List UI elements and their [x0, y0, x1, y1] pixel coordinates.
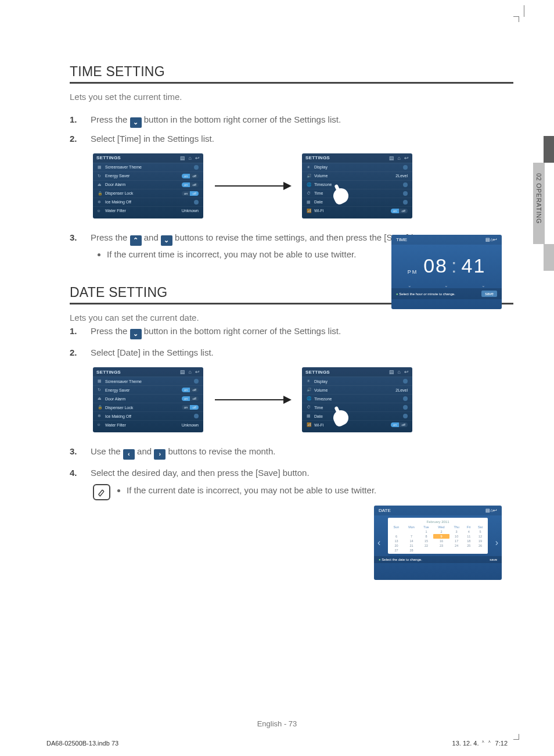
date-step2-text: Select [Date] in the Settings list.	[91, 346, 513, 359]
time-step1-text-a: Press the	[91, 114, 127, 124]
panel1-row-2: Door Alarm	[105, 182, 125, 187]
step-num-2: 2.	[70, 132, 82, 145]
panel1-row-0: Screensaver Theme	[105, 165, 142, 169]
date-note: If the current date is incorrect, you ma…	[127, 484, 376, 497]
time-intro: Lets you set the current time.	[70, 92, 513, 102]
crop-mark-br	[513, 734, 519, 740]
panel2-row-3: Time	[314, 191, 323, 195]
date-step-num-4: 4.	[70, 467, 82, 479]
date-steps: 1. Press the button in the bottom right …	[70, 325, 513, 359]
save-button[interactable]: save	[481, 291, 497, 297]
chevron-down-icon[interactable]	[130, 329, 142, 339]
panel1-row-5: Water Filter	[105, 209, 126, 213]
datefig-tip: Select the date to change.	[382, 558, 422, 561]
arrow-right-icon	[215, 399, 290, 400]
time-screen-figure: TIME ▤⌂↩ PM 08 : 41 ⌄⌄⌄ ● Select the hou…	[391, 235, 502, 309]
step-num-1: 1.	[70, 113, 82, 128]
settings-panel-4: SETTINGS ▤⌂↩ ☀Display 🔊Volume2Level 🌐Tim…	[302, 367, 412, 432]
chapter-tab: 02 OPERATING	[533, 163, 554, 244]
time-steps: 1. Press the button in the bottom right …	[70, 113, 513, 145]
date-step-num-2: 2.	[70, 346, 82, 359]
date-intro: Lets you can set the current date.	[70, 313, 513, 323]
panel1-title: SETTINGS	[96, 155, 121, 160]
chevron-right-icon[interactable]	[154, 449, 166, 460]
panel2-title: SETTINGS	[305, 155, 330, 160]
time-step1-text-b: button in the bottom right corner of the…	[144, 114, 341, 124]
timefig-title: TIME	[396, 237, 407, 242]
panel2-row-1: Volume	[314, 174, 328, 178]
date-step3-text-b: and	[137, 446, 152, 456]
time-figure-row: SETTINGS ▤⌂↩ ▦Screensaver Theme ↻Energy …	[93, 153, 513, 218]
arrow-right-icon	[215, 185, 290, 187]
calendar[interactable]: February 2011 SunMonTueWedThuFriSat 1234…	[388, 518, 488, 554]
date-note-row: If the current date is incorrect, you ma…	[93, 484, 513, 500]
settings-panel-2: SETTINGS ▤⌂↩ ☀Display 🔊Volume2Level 🌐Tim…	[302, 153, 412, 218]
time-step3-text-a: Press the	[91, 232, 127, 242]
date-step1-text-b: button in the bottom right corner of the…	[144, 326, 341, 336]
datefig-title: DATE	[379, 508, 391, 513]
settings-panel-3: SETTINGS ▤⌂↩ ▦Screensaver Theme ↻Energy …	[93, 367, 203, 432]
panel2-row-2: Timezone	[314, 182, 332, 187]
date-figure-row: SETTINGS ▤⌂↩ ▦Screensaver Theme ↻Energy …	[93, 367, 513, 432]
footer-timestamp: 13. 12. 4. ᄉᄉ 7:12	[452, 740, 508, 747]
page-language-footer: English - 73	[0, 719, 554, 728]
panel2-headicons: ▤⌂↩	[389, 155, 409, 161]
panel1-headicons: ▤⌂↩	[180, 155, 200, 161]
tab-light-segment	[544, 244, 554, 271]
crop-mark-tr	[513, 16, 519, 22]
chevron-up-icon[interactable]	[130, 235, 142, 246]
panel2-row-0: Display	[314, 165, 328, 169]
date-steps-cont: 3. Use the and buttons to revise the mon…	[70, 445, 513, 479]
timefig-hours[interactable]: 08	[423, 255, 448, 277]
save-button[interactable]: save	[490, 558, 497, 561]
chevron-down-icon[interactable]	[130, 117, 142, 128]
date-step3-text-c: buttons to revise the month.	[168, 446, 275, 456]
tab-dark-segment	[544, 136, 554, 163]
print-footer: DA68-02500B-13.indb 73 13. 12. 4. ᄉᄉ 7:1…	[46, 740, 508, 747]
timefig-minutes[interactable]: 41	[461, 255, 485, 277]
step-num-3: 3.	[70, 231, 82, 261]
settings-panel-1: SETTINGS ▤⌂↩ ▦Screensaver Theme ↻Energy …	[93, 153, 203, 218]
time-heading: TIME SETTING	[70, 64, 513, 84]
panel1-row-1: Energy Saver	[105, 174, 129, 178]
calendar-month: February 2011	[389, 520, 487, 524]
chevron-left-icon[interactable]	[123, 449, 135, 460]
chevron-down-icon[interactable]	[161, 235, 172, 246]
page: 02 OPERATING TIME SETTING Lets you set t…	[0, 0, 554, 756]
next-month-button[interactable]: ›	[495, 538, 498, 548]
date-step-num-3: 3.	[70, 445, 82, 460]
date-step1-text-a: Press the	[91, 326, 127, 336]
timefig-ampm: PM	[408, 269, 418, 275]
time-step2-text: Select [Time] in the Settings list.	[91, 132, 513, 145]
timefig-tip: Select the hour or minute to change.	[399, 292, 455, 296]
footer-file: DA68-02500B-13.indb 73	[46, 740, 118, 747]
prev-month-button[interactable]: ‹	[377, 538, 380, 548]
panel2-row-4: Date	[314, 200, 323, 204]
panel2-row-5: Wi-Fi	[314, 209, 323, 213]
date-screen-figure: DATE ▤⌂↩ ‹ › February 2011 SunMonTueWedT…	[374, 506, 502, 580]
panel1-row-3: Dispenser Lock	[105, 191, 133, 195]
panel1-row-4: Ice Making Off	[105, 200, 131, 204]
date-step4-text: Select the desired day, and then press t…	[91, 467, 513, 479]
date-step-num-1: 1.	[70, 325, 82, 339]
chapter-tab-label: 02 OPERATING	[533, 163, 545, 244]
date-step3-text-a: Use the	[91, 446, 121, 456]
time-step3-text-b: and	[144, 232, 159, 242]
note-icon	[93, 484, 110, 500]
